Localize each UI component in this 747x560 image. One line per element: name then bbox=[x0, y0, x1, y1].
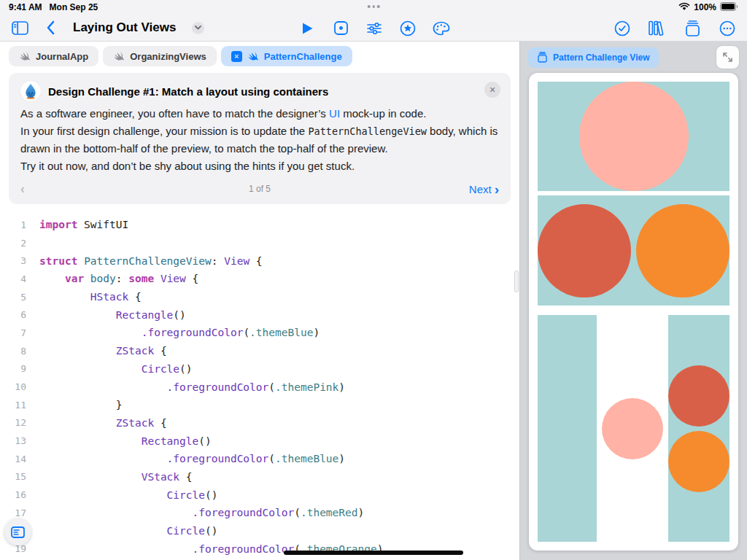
target-circle-pink bbox=[579, 82, 689, 191]
tab-PatternChallenge[interactable]: ×PatternChallenge bbox=[221, 46, 352, 66]
page-indicator: 1 of 5 bbox=[249, 184, 271, 194]
target-circle-red bbox=[538, 204, 631, 298]
output-circle-red bbox=[668, 365, 729, 427]
line-number: 13 bbox=[0, 435, 26, 446]
tab-OrganizingViews[interactable]: OrganizingViews bbox=[103, 46, 217, 66]
line-number: 16 bbox=[0, 489, 26, 500]
tab-JournalApp[interactable]: JournalApp bbox=[9, 46, 98, 66]
toolbar: Laying Out Views bbox=[0, 15, 747, 42]
code-editor[interactable]: 1import SwiftUI23struct PatternChallenge… bbox=[0, 204, 519, 560]
line-number: 5 bbox=[0, 292, 26, 303]
editor-settings-icon[interactable] bbox=[365, 19, 384, 38]
tab-label: OrganizingViews bbox=[130, 51, 206, 62]
multitasking-dots-icon[interactable] bbox=[368, 5, 380, 8]
wifi-icon bbox=[678, 2, 690, 13]
file-tabs: JournalAppOrganizingViews×PatternChallen… bbox=[0, 42, 519, 70]
code-line-19[interactable]: 19 .foregroundColor(.themeOrange) bbox=[0, 540, 519, 558]
line-number: 12 bbox=[0, 417, 26, 428]
swift-bird-icon bbox=[19, 51, 31, 62]
code-line-15[interactable]: 15 VStack { bbox=[0, 468, 519, 486]
back-button[interactable] bbox=[41, 18, 60, 37]
line-number: 7 bbox=[0, 327, 26, 338]
line-number: 2 bbox=[0, 238, 26, 249]
output-rect-blue-1 bbox=[538, 315, 597, 542]
title-menu-chevron-icon[interactable] bbox=[192, 22, 204, 34]
line-number: 3 bbox=[0, 255, 26, 266]
tab-label: PatternChallenge bbox=[264, 51, 342, 62]
next-page-button[interactable]: Next› bbox=[469, 182, 499, 196]
code-line-11[interactable]: 11 } bbox=[0, 396, 519, 414]
line-number: 4 bbox=[0, 273, 26, 284]
code-line-3[interactable]: 3struct PatternChallengeView: View { bbox=[0, 252, 519, 270]
status-bar: 9:41 AM Mon Sep 25 100% bbox=[0, 0, 747, 15]
output-zstack-pink bbox=[602, 315, 663, 542]
code-line-1[interactable]: 1import SwiftUI bbox=[0, 216, 519, 234]
live-preview-canvas bbox=[529, 73, 738, 551]
notes-fab-button[interactable] bbox=[4, 518, 31, 545]
line-number: 11 bbox=[0, 400, 26, 411]
home-indicator[interactable] bbox=[284, 551, 463, 555]
output-circle-orange bbox=[668, 431, 729, 492]
clock: 9:41 AM bbox=[9, 2, 42, 12]
line-number: 10 bbox=[0, 381, 26, 392]
more-options-button[interactable] bbox=[718, 19, 737, 38]
panel-resize-handle[interactable] bbox=[514, 271, 519, 292]
tab-label: JournalApp bbox=[36, 51, 88, 62]
preview-tab[interactable]: Pattern Challenge View bbox=[528, 47, 659, 68]
code-line-10[interactable]: 10 .foregroundColor(.themePink) bbox=[0, 378, 519, 396]
challenge-paragraph-2: In your first design challenge, your mis… bbox=[20, 122, 499, 158]
target-circle-orange bbox=[636, 204, 729, 298]
line-number: 17 bbox=[0, 508, 26, 518]
app-stack-button[interactable] bbox=[683, 19, 702, 38]
line-number: 15 bbox=[0, 471, 26, 482]
document-title[interactable]: Laying Out Views bbox=[73, 20, 176, 35]
code-line-14[interactable]: 14 .foregroundColor(.themeBlue) bbox=[0, 450, 519, 468]
run-button[interactable] bbox=[298, 19, 317, 38]
code-line-6[interactable]: 6 Rectangle() bbox=[0, 306, 519, 324]
battery-percent: 100% bbox=[694, 2, 716, 12]
line-number: 9 bbox=[0, 363, 26, 374]
challenge-paragraph-1: As a software engineer, you often have t… bbox=[20, 105, 499, 122]
code-line-13[interactable]: 13 Rectangle() bbox=[0, 432, 519, 450]
code-line-12[interactable]: 12 ZStack { bbox=[0, 414, 519, 432]
inline-code-token: PatternChallengeView bbox=[308, 125, 427, 137]
line-number: 1 bbox=[0, 219, 26, 230]
code-line-2[interactable]: 2 bbox=[0, 234, 519, 252]
close-tab-icon[interactable]: × bbox=[231, 51, 242, 62]
code-line-18[interactable]: 18 Circle() bbox=[0, 522, 519, 540]
output-circle-pink bbox=[602, 398, 663, 459]
sidebar-toggle-icon[interactable] bbox=[10, 18, 29, 37]
line-number: 14 bbox=[0, 454, 26, 464]
palette-button[interactable] bbox=[432, 19, 451, 38]
app-preview-button[interactable] bbox=[331, 19, 350, 38]
target-rect-blue-1 bbox=[538, 82, 729, 191]
editor-panel: JournalAppOrganizingViews×PatternChallen… bbox=[0, 42, 519, 560]
close-card-button[interactable]: × bbox=[484, 82, 500, 98]
mascot-drop-icon bbox=[20, 81, 41, 101]
line-number: 6 bbox=[0, 309, 26, 320]
challenge-paragraph-3: Try it out now, and don’t be shy about u… bbox=[20, 158, 499, 175]
ui-glossary-link[interactable]: UI bbox=[329, 107, 340, 120]
output-zstack-rect bbox=[668, 315, 729, 542]
target-rect-blue-2 bbox=[538, 195, 729, 306]
code-line-9[interactable]: 9 Circle() bbox=[0, 360, 519, 378]
code-line-17[interactable]: 17 .foregroundColor(.themeRed) bbox=[0, 504, 519, 522]
check-progress-button[interactable] bbox=[613, 19, 632, 38]
guide-star-button[interactable] bbox=[398, 19, 417, 38]
code-line-4[interactable]: 4 var body: some View { bbox=[0, 270, 519, 288]
app-stack-icon bbox=[537, 52, 548, 63]
code-line-7[interactable]: 7 .foregroundColor(.themeBlue) bbox=[0, 324, 519, 342]
prev-page-button[interactable]: ‹ bbox=[20, 182, 25, 195]
challenge-title: Design Challenge #1: Match a layout usin… bbox=[48, 85, 328, 98]
code-line-5[interactable]: 5 HStack { bbox=[0, 288, 519, 306]
code-line-8[interactable]: 8 ZStack { bbox=[0, 342, 519, 360]
swift-bird-icon bbox=[113, 51, 125, 62]
current-output-hstack bbox=[538, 315, 729, 542]
preview-tab-label: Pattern Challenge View bbox=[553, 52, 650, 63]
preview-panel: Pattern Challenge View bbox=[519, 42, 747, 560]
expand-preview-button[interactable] bbox=[716, 46, 739, 69]
battery-icon bbox=[720, 2, 738, 13]
challenge-card: Design Challenge #1: Match a layout usin… bbox=[9, 73, 511, 204]
code-line-16[interactable]: 16 Circle() bbox=[0, 486, 519, 504]
library-button[interactable] bbox=[648, 19, 667, 38]
